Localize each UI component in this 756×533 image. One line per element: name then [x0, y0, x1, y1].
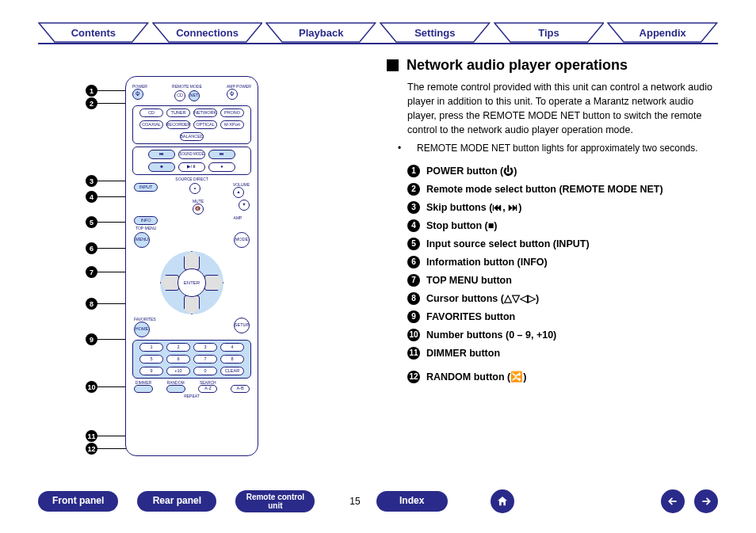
- callout-11: 11: [86, 430, 97, 442]
- rc-src-recorder: RECORDER: [166, 120, 190, 129]
- nav-remote-control-unit[interactable]: Remote controlunit: [235, 490, 315, 512]
- list-item: 3Skip buttons (⏮, ⏭): [407, 201, 718, 214]
- tab-label: Playback: [265, 22, 376, 43]
- tab-tips[interactable]: Tips: [494, 22, 605, 43]
- tab-playback[interactable]: Playback: [265, 22, 376, 43]
- rc-src-tuner: TUNER: [166, 109, 190, 117]
- list-item: 6Information button (INFO): [407, 256, 718, 268]
- rc-mode-net: NET: [189, 90, 200, 101]
- rc-label: POWER: [132, 85, 147, 89]
- item-label: Number buttons (0 – 9, +10): [426, 329, 556, 341]
- rc-cursor-up: [184, 251, 200, 270]
- tab-appendix[interactable]: Appendix: [607, 22, 718, 43]
- rc-source-group: CD TUNER NETWORK PHONO COAXIAL RECORDER …: [132, 105, 251, 144]
- rc-cursor-right: [204, 275, 223, 291]
- rc-num-9: 9: [139, 367, 163, 375]
- rc-src-network: NETWORK: [193, 109, 217, 117]
- rc-label: FAVORITES: [134, 318, 156, 322]
- rc-src-cd: CD: [139, 109, 163, 117]
- rc-num-3: 3: [193, 343, 217, 352]
- rc-skip-next: ⏭: [208, 150, 235, 159]
- remote-diagram-panel: 1 2 3 4 5 6 7 8 9 10 11 12 POWER ⏻: [38, 57, 347, 470]
- rc-label: AMP POWER: [227, 85, 251, 89]
- item-label: RANDOM button (🔀): [426, 371, 526, 383]
- callout-markers: 1 2 3 4 5 6 7 8 9 10 11 12: [86, 76, 125, 456]
- tab-label: Appendix: [607, 22, 718, 43]
- rc-label: REMOTE MODE: [172, 85, 202, 89]
- item-label: Cursor buttons (△▽◁▷): [426, 292, 539, 304]
- nav-rear-panel[interactable]: Rear panel: [137, 491, 216, 511]
- rc-num-7: 7: [193, 355, 217, 364]
- rc-num-5: 5: [139, 355, 163, 364]
- rc-dimmer: [134, 385, 153, 393]
- tab-settings[interactable]: Settings: [380, 22, 491, 43]
- rc-rec: ●: [208, 162, 235, 172]
- item-label: Information button (INFO): [426, 257, 548, 268]
- callout-3: 3: [86, 175, 97, 187]
- list-item: 12RANDOM button (🔀): [407, 371, 718, 383]
- item-label: Remote mode select button (REMOTE MODE N…: [426, 184, 663, 195]
- list-item: 7TOP MENU button: [407, 274, 718, 287]
- rc-info: INFO: [134, 216, 158, 225]
- item-label: TOP MENU button: [426, 275, 512, 286]
- home-icon[interactable]: [491, 489, 514, 513]
- tab-label: Connections: [152, 22, 263, 43]
- bottom-nav: Front panel Rear panel Remote controluni…: [38, 487, 718, 516]
- item-label: POWER button (⏻): [426, 166, 517, 177]
- prev-page-icon[interactable]: [661, 489, 685, 513]
- list-item: 8Cursor buttons (△▽◁▷): [407, 292, 718, 305]
- section-title: Network audio player operations: [407, 57, 628, 74]
- tab-label: Settings: [380, 22, 491, 43]
- rc-amp-power: ⏻: [227, 89, 238, 100]
- list-item: 2Remote mode select button (REMOTE MODE …: [407, 183, 718, 196]
- rc-enter: ENTER: [178, 268, 206, 297]
- item-label: FAVORITES button: [426, 311, 515, 322]
- nav-front-panel[interactable]: Front panel: [38, 491, 118, 511]
- list-item: 11DIMMER button: [407, 347, 718, 360]
- list-item: 4Stop button (■): [407, 219, 718, 232]
- page-number: 15: [349, 496, 360, 507]
- list-item: 10Number buttons (0 – 9, +10): [407, 329, 718, 341]
- rc-label: DIMMER: [134, 381, 153, 385]
- list-item: 1POWER button (⏻): [407, 165, 718, 177]
- rc-cursor-down: [184, 295, 200, 314]
- callout-10: 10: [86, 381, 97, 393]
- tab-label: Tips: [494, 22, 605, 43]
- callout-4: 4: [86, 191, 97, 203]
- callout-9: 9: [86, 333, 97, 345]
- rc-label: REPEAT: [131, 394, 253, 398]
- tab-connections[interactable]: Connections: [152, 22, 263, 43]
- rc-src-balanced: BALANCED: [180, 132, 204, 141]
- rc-vol-down: ▼: [239, 200, 250, 211]
- tab-contents[interactable]: Contents: [38, 22, 149, 43]
- rc-num-0: 0: [193, 367, 217, 375]
- note-bullet: REMOTE MODE NET button lights for approx…: [407, 143, 718, 154]
- remote-outline: POWER ⏻ REMOTE MODE CD NET AMP POWER ⏻: [125, 76, 258, 456]
- rc-top-menu: MENU: [134, 232, 150, 248]
- rc-ab: A-B: [231, 385, 250, 393]
- rc-clear: CLEAR: [220, 367, 244, 375]
- rc-vol-up: ▲: [233, 187, 244, 198]
- callout-12: 12: [86, 443, 97, 455]
- rc-stop: ■: [148, 162, 175, 172]
- rc-cursor-left: [160, 275, 179, 291]
- rc-src-optical: OPTICAL: [193, 120, 217, 129]
- rc-label: MUTE: [193, 200, 204, 204]
- rc-src-maux: M-XPort: [220, 120, 244, 129]
- rc-power-button: ⏻: [132, 89, 143, 100]
- rc-sound-mode: SOUND MODE: [178, 150, 205, 159]
- item-label: Input source select button (INPUT): [426, 238, 590, 249]
- callout-6: 6: [86, 242, 97, 254]
- rc-label: TOP MENU: [136, 227, 253, 230]
- rc-favorites: HOME: [134, 322, 150, 337]
- text-column: Network audio player operations The remo…: [347, 57, 718, 470]
- next-page-icon[interactable]: [694, 489, 718, 513]
- section-marker-icon: [387, 59, 399, 71]
- rc-label: SEARCH: [198, 381, 217, 385]
- item-label: Skip buttons (⏮, ⏭): [426, 202, 521, 213]
- nav-index[interactable]: Index: [376, 491, 448, 511]
- rc-src-coax: COAXIAL: [139, 120, 163, 129]
- rc-num-2: 2: [166, 343, 190, 352]
- rc-skip-prev: ⏮: [148, 150, 175, 159]
- rc-label: RANDOM: [166, 381, 185, 385]
